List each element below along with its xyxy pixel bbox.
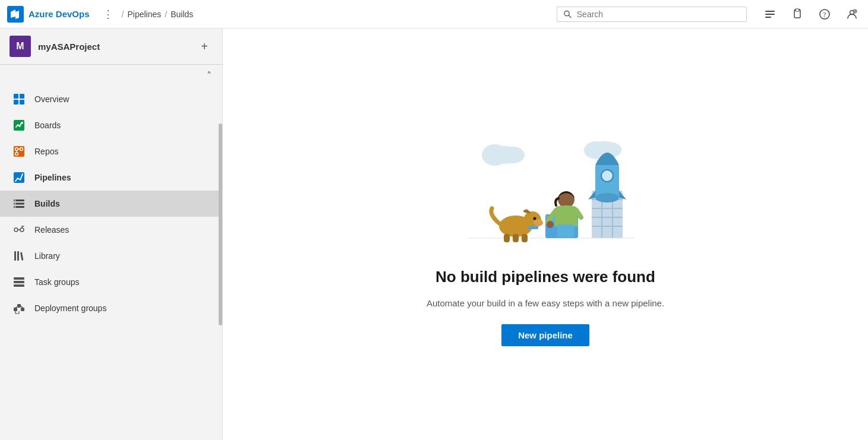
taskgroups-icon — [12, 275, 26, 289]
breadcrumb-builds[interactable]: Builds — [171, 10, 193, 19]
svg-rect-3 — [765, 11, 775, 12]
project-avatar: M — [10, 36, 31, 57]
svg-rect-7 — [796, 9, 799, 11]
boards-icon — [12, 118, 26, 132]
breadcrumb-sep1: / — [122, 10, 124, 19]
sidebar-item-deploymentgroups-label: Deployment groups — [34, 303, 106, 313]
svg-rect-14 — [14, 100, 18, 105]
svg-point-30 — [20, 228, 24, 232]
svg-rect-69 — [528, 226, 538, 229]
svg-point-17 — [21, 122, 23, 124]
search-input[interactable] — [577, 10, 740, 19]
svg-point-28 — [15, 207, 16, 208]
svg-rect-72 — [522, 234, 528, 242]
search-icon — [563, 10, 572, 19]
svg-rect-37 — [14, 308, 17, 311]
sidebar-item-taskgroups[interactable]: Task groups — [0, 269, 222, 295]
sidebar: M myASAProject + ˄ Overview — [0, 29, 223, 440]
breadcrumb-pipelines[interactable]: Pipelines — [127, 10, 161, 19]
logo-text: Azure DevOps — [29, 9, 90, 19]
svg-rect-71 — [513, 234, 519, 242]
svg-point-62 — [547, 221, 554, 228]
svg-point-61 — [558, 191, 575, 208]
svg-rect-31 — [14, 251, 16, 261]
main-content: No build pipelines were found Automate y… — [223, 29, 868, 440]
svg-line-2 — [569, 15, 571, 17]
svg-rect-63 — [557, 224, 566, 238]
sidebar-item-releases[interactable]: Releases — [0, 217, 222, 243]
sidebar-item-builds-label: Builds — [34, 199, 60, 208]
empty-state-title: No build pipelines were found — [435, 267, 655, 287]
sidebar-item-repos-label: Repos — [34, 147, 58, 156]
svg-rect-64 — [566, 224, 574, 238]
svg-point-26 — [15, 200, 16, 201]
sidebar-item-overview[interactable]: Overview — [0, 86, 222, 112]
repos-icon — [12, 144, 26, 159]
sidebar-item-library[interactable]: Library — [0, 243, 222, 269]
topbar: Azure DevOps ⋮ / Pipelines / Builds — [0, 0, 868, 29]
main-layout: M myASAProject + ˄ Overview — [0, 29, 868, 440]
breadcrumb-sep2: / — [165, 10, 167, 19]
illustration-svg — [444, 122, 646, 253]
pipelines-icon — [12, 170, 26, 185]
svg-text:?: ? — [823, 11, 826, 19]
sidebar-item-deploymentgroups[interactable]: Deployment groups — [0, 295, 222, 321]
svg-point-56 — [601, 170, 613, 182]
badge-icon[interactable] — [788, 5, 806, 23]
svg-point-55 — [595, 193, 619, 202]
sidebar-item-repos[interactable]: Repos — [0, 138, 222, 164]
sidebar-item-overview-label: Overview — [34, 94, 69, 104]
scrollbar-thumb — [219, 124, 222, 325]
sidebar-nav: Overview Boards — [0, 86, 222, 321]
svg-rect-18 — [14, 146, 24, 157]
collapse-sidebar-button[interactable]: ˄ — [201, 67, 217, 84]
svg-rect-15 — [20, 100, 24, 105]
sidebar-item-boards-label: Boards — [34, 121, 61, 130]
sidebar-item-taskgroups-label: Task groups — [34, 277, 79, 287]
add-project-button[interactable]: + — [196, 38, 213, 55]
sidebar-collapse-area: ˄ — [0, 65, 222, 86]
sidebar-item-library-label: Library — [34, 251, 60, 261]
help-icon[interactable]: ? — [816, 5, 834, 23]
svg-rect-12 — [14, 94, 18, 99]
svg-rect-39 — [21, 308, 24, 311]
svg-point-42 — [501, 147, 525, 163]
library-icon — [12, 249, 26, 263]
builds-icon — [12, 197, 26, 211]
new-pipeline-button[interactable]: New pipeline — [501, 324, 589, 346]
sidebar-item-releases-label: Releases — [34, 225, 69, 235]
svg-point-29 — [14, 228, 18, 232]
more-options-icon[interactable]: ⋮ — [99, 5, 117, 23]
topbar-right-icons: ? — [761, 5, 861, 23]
sidebar-item-pipelines-label: Pipelines — [34, 173, 71, 182]
svg-point-68 — [533, 217, 536, 220]
sidebar-item-boards[interactable]: Boards — [0, 112, 222, 138]
svg-rect-4 — [765, 14, 775, 15]
svg-rect-34 — [14, 277, 24, 280]
sidebar-item-pipelines[interactable]: Pipelines — [0, 164, 222, 191]
sidebar-item-builds[interactable]: Builds — [0, 191, 222, 217]
overview-icon — [12, 92, 26, 106]
breadcrumb: / Pipelines / Builds — [122, 10, 194, 19]
azure-devops-logo-icon — [7, 6, 24, 23]
deploymentgroups-icon — [12, 301, 26, 315]
svg-rect-5 — [765, 17, 771, 18]
project-name: myASAProject — [38, 42, 189, 52]
empty-state-illustration — [444, 122, 646, 253]
svg-rect-32 — [17, 251, 19, 261]
user-settings-icon[interactable] — [843, 5, 861, 23]
svg-rect-13 — [20, 94, 24, 99]
empty-state-subtitle: Automate your build in a few easy steps … — [427, 297, 664, 311]
svg-rect-70 — [504, 234, 510, 242]
svg-point-67 — [534, 219, 543, 226]
logo[interactable]: Azure DevOps — [7, 6, 90, 23]
empty-state: No build pipelines were found Automate y… — [415, 99, 676, 370]
svg-point-27 — [15, 203, 16, 204]
notifications-icon[interactable] — [761, 5, 779, 23]
search-box[interactable] — [557, 7, 747, 22]
svg-rect-36 — [14, 284, 24, 287]
releases-icon — [12, 223, 26, 237]
project-header: M myASAProject + — [0, 29, 222, 65]
svg-rect-33 — [20, 252, 23, 260]
svg-rect-35 — [14, 281, 24, 283]
